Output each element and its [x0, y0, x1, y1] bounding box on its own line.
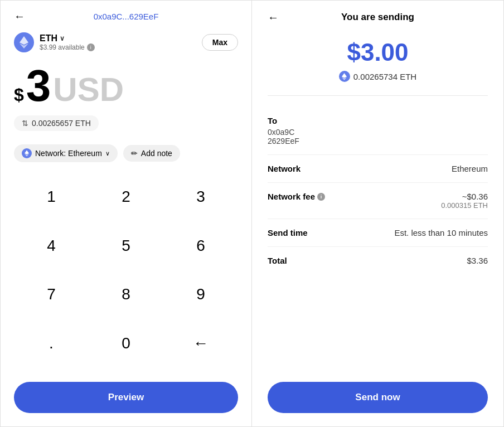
sending-eth-text: 0.00265734 ETH: [353, 72, 416, 81]
send-time-row: Send time Est. less than 10 minutes: [268, 219, 488, 247]
eth-equiv-text: 0.00265657 ETH: [32, 119, 91, 128]
right-header: ← You are sending: [268, 12, 488, 23]
key-2[interactable]: 2: [89, 178, 163, 216]
key-0[interactable]: 0: [89, 324, 163, 362]
token-name[interactable]: ETH ∨: [40, 33, 95, 43]
token-available: $3.99 available i: [40, 43, 95, 51]
amount-currency: USD: [53, 70, 124, 109]
send-time-label: Send time: [268, 228, 308, 237]
total-value: $3.36: [467, 256, 488, 265]
left-header: ← 0x0a9C...629EeF: [14, 12, 238, 21]
amount-number: 3: [26, 64, 51, 108]
key-1[interactable]: 1: [14, 178, 89, 216]
token-text: ETH ∨ $3.99 available i: [40, 33, 95, 51]
add-note-button[interactable]: ✏ Add note: [123, 145, 180, 162]
left-panel: ← 0x0a9C...629EeF ETH ∨ $3.: [0, 0, 252, 427]
sending-amount: $3.00: [268, 38, 488, 66]
network-row-value: Ethereum: [452, 164, 488, 173]
left-back-button[interactable]: ←: [14, 10, 25, 23]
sending-eth-icon: [339, 71, 350, 82]
right-panel: ← You are sending $3.00 0.00265734 ETH T…: [252, 0, 504, 427]
to-address-line1: 0x0a9C: [268, 128, 488, 137]
eth-icon: [14, 32, 34, 52]
pencil-icon: ✏: [131, 149, 138, 158]
available-info-icon[interactable]: i: [87, 43, 95, 51]
fee-row: Network fee i ~$0.36 0.000315 ETH: [268, 183, 488, 219]
network-button[interactable]: Network: Ethereum ∨: [14, 144, 118, 162]
fee-usd: ~$0.36: [441, 192, 488, 201]
key-4[interactable]: 4: [14, 227, 89, 265]
max-button[interactable]: Max: [202, 34, 238, 51]
swap-icon: ⇅: [22, 119, 28, 128]
key-dot[interactable]: .: [14, 324, 89, 362]
token-info: ETH ∨ $3.99 available i: [14, 32, 95, 52]
network-label: Network: Ethereum: [35, 149, 102, 158]
total-label: Total: [268, 256, 287, 265]
token-row: ETH ∨ $3.99 available i Max: [14, 32, 238, 52]
divider: [268, 95, 488, 96]
key-8[interactable]: 8: [89, 275, 163, 313]
note-label: Add note: [141, 149, 172, 158]
dollar-sign: $: [14, 85, 24, 105]
right-back-button[interactable]: ←: [268, 11, 279, 24]
amount-display: $ 3 USD: [14, 64, 238, 109]
fee-eth: 0.000315 ETH: [441, 201, 488, 210]
address-link[interactable]: 0x0a9C...629EeF: [94, 12, 159, 21]
network-row: Network Ethereum: [268, 155, 488, 183]
key-7[interactable]: 7: [14, 275, 89, 313]
sending-eth-row: 0.00265734 ETH: [268, 71, 488, 82]
token-chevron-icon: ∨: [60, 35, 65, 42]
detail-rows: To 0x0a9C 2629EeF Network Ethereum Netwo…: [268, 107, 488, 274]
network-eth-icon: [22, 148, 32, 158]
to-section: To 0x0a9C 2629EeF: [268, 107, 488, 155]
preview-button[interactable]: Preview: [14, 382, 238, 413]
right-title: You are sending: [341, 12, 414, 23]
send-time-value: Est. less than 10 minutes: [394, 228, 488, 237]
network-chevron-icon: ∨: [105, 150, 110, 157]
to-label: To: [268, 116, 488, 125]
sending-usd: $3.00: [268, 38, 488, 66]
total-row: Total $3.36: [268, 247, 488, 274]
eth-equivalent[interactable]: ⇅ 0.00265657 ETH: [14, 115, 99, 131]
options-row: Network: Ethereum ∨ ✏ Add note: [14, 144, 238, 162]
fee-label: Network fee i: [268, 192, 325, 201]
key-9[interactable]: 9: [163, 275, 238, 313]
key-5[interactable]: 5: [89, 227, 163, 265]
send-now-button[interactable]: Send now: [268, 382, 488, 413]
to-address-line2: 2629EeF: [268, 137, 488, 145]
key-backspace[interactable]: ←: [163, 324, 238, 362]
keypad: 1 2 3 4 5 6 7 8 9 . 0 ←: [14, 178, 238, 373]
network-row-label: Network: [268, 164, 301, 173]
key-6[interactable]: 6: [163, 227, 238, 265]
key-3[interactable]: 3: [163, 178, 238, 216]
fee-info-icon[interactable]: i: [317, 193, 325, 201]
